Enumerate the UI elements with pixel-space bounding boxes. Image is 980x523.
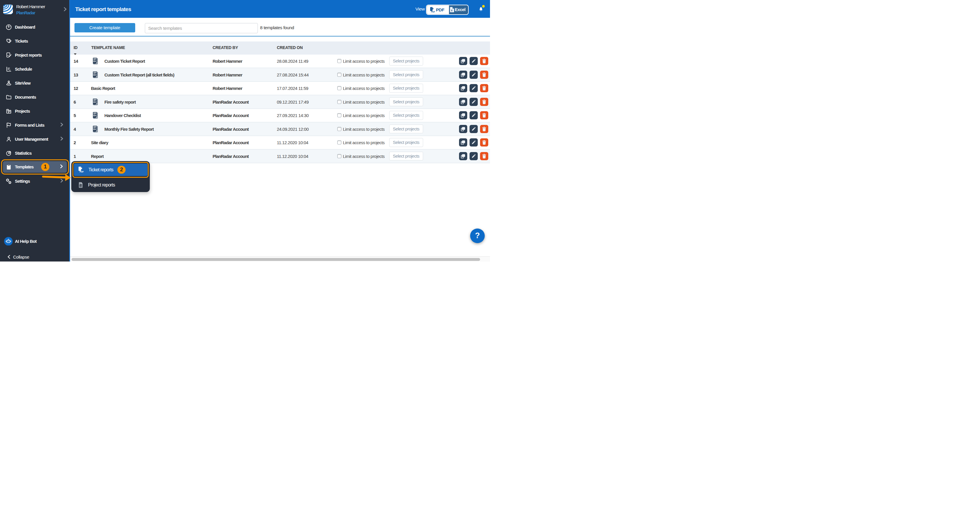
svg-text:x: x — [451, 9, 453, 12]
svg-text:PDF: PDF — [80, 171, 84, 173]
svg-text:PDF: PDF — [431, 11, 435, 13]
